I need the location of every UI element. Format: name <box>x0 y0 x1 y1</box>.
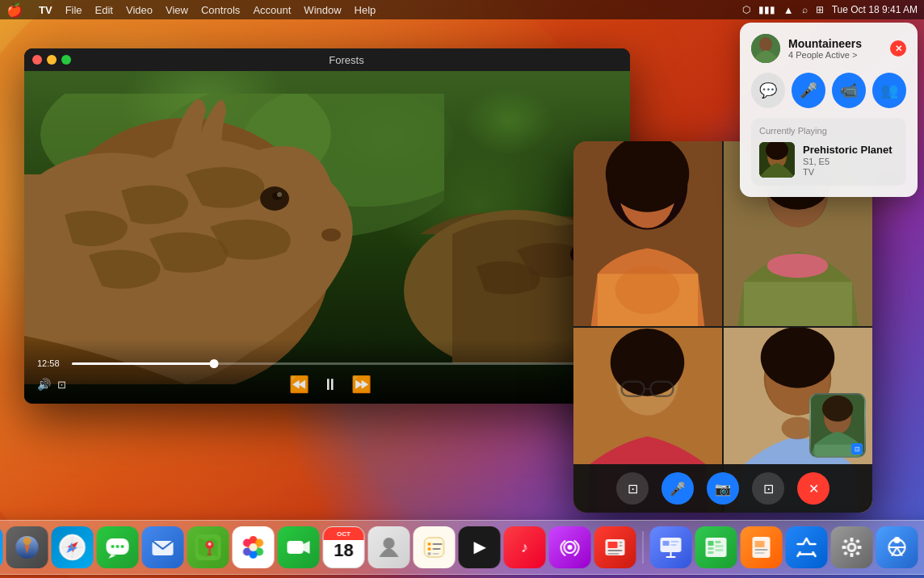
shareplay-mic-button[interactable]: 🎤 <box>792 73 825 108</box>
time-elapsed: 12:58 <box>37 358 65 368</box>
menubar-window[interactable]: Window <box>304 4 341 16</box>
screenshare-icon: ⊡ <box>628 481 638 496</box>
shareplay-message-button[interactable]: 💬 <box>751 73 785 108</box>
shareplay-group-avatar <box>751 34 780 63</box>
desktop: 🍎 TV File Edit Video View Controls Accou… <box>0 0 924 578</box>
mic-icon: 🎤 <box>670 481 686 496</box>
svg-rect-101 <box>608 553 620 555</box>
svg-point-44 <box>822 396 853 421</box>
dock-icon-podcasts[interactable] <box>549 526 591 568</box>
svg-point-83 <box>250 543 258 551</box>
dock-icon-contacts[interactable] <box>368 526 410 568</box>
facetime-video-button[interactable]: 📷 <box>707 472 739 505</box>
dock-icon-photos[interactable] <box>233 526 275 568</box>
progress-thumb[interactable] <box>209 359 218 368</box>
facetime-cell-1 <box>573 141 722 326</box>
subtitles-button[interactable]: ⊡ <box>57 379 66 391</box>
tv-window-title: Forests <box>71 54 622 66</box>
facetime-more-button[interactable]: ⊡ <box>752 472 784 505</box>
window-minimize-button[interactable] <box>47 55 57 65</box>
svg-rect-113 <box>708 547 714 550</box>
dock-icon-system-preferences[interactable] <box>831 526 873 568</box>
svg-rect-100 <box>608 550 623 551</box>
dock-icon-launchpad[interactable] <box>6 526 48 568</box>
svg-text:♪: ♪ <box>521 539 528 555</box>
menubar-edit[interactable]: Edit <box>95 4 113 16</box>
people-icon: 👥 <box>880 82 898 99</box>
dock-icon-accessibility[interactable] <box>876 526 918 568</box>
shareplay-people-button[interactable]: 👥 <box>872 73 906 108</box>
facetime-mic-button[interactable]: 🎤 <box>662 472 694 505</box>
pause-button[interactable]: ⏸ <box>322 375 338 394</box>
facetime-self-view: ⊡ <box>809 393 866 458</box>
video-camera-icon: 📹 <box>840 82 858 99</box>
shareplay-group-name: Mountaineers <box>788 37 862 50</box>
svg-point-7 <box>321 228 341 241</box>
dock-icon-pages[interactable] <box>741 526 783 568</box>
dock-icon-trash[interactable] <box>922 526 925 568</box>
dock-icon-maps[interactable] <box>187 526 229 568</box>
window-close-button[interactable] <box>32 55 42 65</box>
now-playing-info: Prehistoric Planet S1, E5 TV <box>803 144 898 177</box>
menubar-video[interactable]: Video <box>126 4 153 16</box>
shareplay-video-button[interactable]: 📹 <box>832 73 866 108</box>
dock-icon-finder[interactable] <box>0 526 3 568</box>
participant-1-video <box>573 141 722 326</box>
dock-icon-mail[interactable] <box>142 526 184 568</box>
fast-forward-button[interactable]: ⏩ <box>351 375 372 394</box>
now-playing-thumbnail <box>759 142 795 178</box>
video-controls: 12:58 -33:73 🔊 ⊡ ⏪ ⏸ ⏩ <box>24 339 630 404</box>
menubar-right: ⬡ ▮▮▮ ▲ ⌕ ⊞ Tue Oct 18 9:41 AM <box>742 4 918 16</box>
svg-rect-103 <box>620 545 623 547</box>
menubar-account[interactable]: Account <box>253 4 291 16</box>
facetime-end-call-button[interactable]: ✕ <box>797 472 830 505</box>
svg-rect-99 <box>608 542 618 548</box>
menubar-file[interactable]: File <box>65 4 82 16</box>
rewind-button[interactable]: ⏪ <box>289 375 309 394</box>
dock-icon-safari[interactable] <box>52 526 94 568</box>
tv-video-content[interactable]: 12:58 -33:73 🔊 ⊡ ⏪ ⏸ ⏩ <box>24 71 630 404</box>
dock-icon-facetime[interactable] <box>278 526 320 568</box>
menubar-datetime: Tue Oct 18 9:41 AM <box>832 4 918 15</box>
progress-track[interactable] <box>72 362 578 365</box>
menubar-help[interactable]: Help <box>355 4 376 16</box>
shareplay-group-status[interactable]: 4 People Active > <box>788 50 862 60</box>
search-icon[interactable]: ⌕ <box>802 4 808 15</box>
now-playing-app: TV <box>803 167 898 177</box>
facetime-screenshare-button[interactable]: ⊡ <box>616 472 649 505</box>
dock-icon-numbers[interactable] <box>695 526 737 568</box>
dock-icon-messages[interactable] <box>97 526 139 568</box>
shareplay-menu-icon[interactable]: ⬡ <box>742 4 750 15</box>
dock-icon-appletv[interactable]: ▶ <box>459 526 501 568</box>
now-playing-label: Currently Playing <box>759 126 898 136</box>
svg-rect-126 <box>858 546 862 549</box>
dock-icon-reminders[interactable] <box>414 526 456 568</box>
shareplay-close-button[interactable]: ✕ <box>890 40 906 57</box>
window-maximize-button[interactable] <box>61 55 71 65</box>
svg-point-24 <box>767 253 829 278</box>
control-center-icon[interactable]: ⊞ <box>816 4 824 15</box>
svg-rect-128 <box>855 539 860 544</box>
dock-icon-keynote[interactable] <box>650 526 692 568</box>
svg-rect-112 <box>716 541 721 543</box>
dock-icon-calendar[interactable]: OCT 18 <box>323 526 365 568</box>
svg-rect-107 <box>663 541 670 546</box>
svg-rect-106 <box>666 556 676 558</box>
svg-rect-119 <box>755 549 768 551</box>
menubar-controls[interactable]: Controls <box>201 4 240 16</box>
now-playing-episode: S1, E5 <box>803 157 898 166</box>
svg-point-74 <box>208 554 212 556</box>
menubar-view[interactable]: View <box>166 4 188 16</box>
volume-button[interactable]: 🔊 <box>37 378 51 391</box>
dock-icon-appstore[interactable] <box>786 526 828 568</box>
dock-icon-music[interactable]: ♪ <box>504 526 546 568</box>
apple-menu[interactable]: 🍎 <box>6 2 23 18</box>
svg-rect-93 <box>433 553 439 555</box>
svg-rect-84 <box>288 541 304 554</box>
svg-rect-91 <box>433 548 441 550</box>
svg-rect-125 <box>842 546 846 549</box>
menubar-app-name[interactable]: TV <box>39 4 52 16</box>
controls-left: 🔊 ⊡ <box>37 378 66 391</box>
dock-icon-news[interactable] <box>594 526 636 568</box>
wifi-icon[interactable]: ▲ <box>783 4 794 16</box>
